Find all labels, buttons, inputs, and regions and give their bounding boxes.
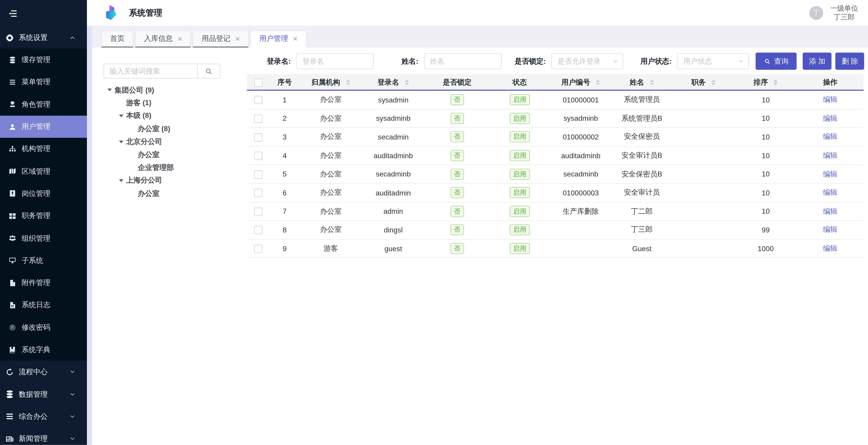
sidebar-item-subsystem[interactable]: 子系统 [0,249,87,272]
sidebar-item-region[interactable]: 区域管理 [0,160,87,183]
column-header-name[interactable]: 姓名 [611,74,673,90]
name-input[interactable] [424,53,501,69]
tree-node[interactable]: 上海分公司 [92,174,232,187]
sidebar-item-group[interactable]: 组织管理 [0,227,87,249]
sidebar-item-dictionary[interactable]: 系统字典 [0,339,87,361]
sort-icon[interactable] [346,80,350,85]
row-checkbox[interactable] [254,245,262,253]
table-row: 3办公室secadmin否启用010000002安全保密员10编辑 [247,128,864,146]
sidebar-scrollbar-track[interactable] [87,26,92,445]
login-input[interactable] [297,53,374,69]
menu-fold-icon[interactable] [8,8,18,18]
sidebar-item-label: 修改密码 [22,322,51,332]
sidebar-group-data[interactable]: 数据管理 [0,383,87,406]
query-button[interactable]: 查询 [756,53,797,70]
sort-icon[interactable] [711,80,716,85]
sort-icon[interactable] [596,80,600,85]
close-icon[interactable]: × [293,35,298,42]
sort-icon[interactable] [650,80,654,85]
row-checkbox[interactable] [254,226,262,234]
edit-link[interactable]: 编辑 [823,188,838,196]
sidebar-item-duty[interactable]: 职务管理 [0,205,87,227]
tree-node[interactable]: 集团公司 (9) [92,84,232,96]
cell-sort: 1000 [735,239,797,258]
edit-link[interactable]: 编辑 [823,151,838,160]
tab-home[interactable]: 首页 [101,30,133,47]
tree-node[interactable]: 游客 (1) [92,97,232,109]
cell-name: 丁二郎 [611,202,673,220]
sidebar-item-label: 菜单管理 [22,77,51,87]
tree-search-button[interactable] [197,64,220,78]
lock-label: 是否锁定: [515,56,546,66]
column-header-org[interactable]: 归属机构 [300,74,362,90]
sort-icon[interactable] [773,80,778,85]
column-header-sort[interactable]: 排序 [735,74,797,90]
row-checkbox[interactable] [254,96,262,104]
sidebar-item-label: 子系统 [22,255,43,265]
sidebar-group-news[interactable]: 新闻管理 [0,428,87,445]
tab-users[interactable]: 用户管理× [250,30,306,47]
sidebar-item-menu[interactable]: 菜单管理 [0,71,87,93]
select-all-checkbox[interactable] [254,78,262,87]
sitemap-icon [9,145,16,153]
lock-select[interactable]: 是否允许登录 [551,53,623,69]
edit-link[interactable]: 编辑 [823,95,838,104]
close-icon[interactable]: × [178,35,182,42]
edit-link[interactable]: 编辑 [823,244,838,253]
tree-node-label: 办公室 [138,189,160,198]
column-header-login[interactable]: 登录名 [362,74,425,90]
edit-link[interactable]: 编辑 [823,114,838,122]
sidebar-item-label: 角色管理 [22,99,51,109]
tree-node[interactable]: 本级 (8) [92,109,232,122]
tree-node[interactable]: 办公室 [92,148,232,161]
tree-caret-icon[interactable] [119,115,126,117]
tree-caret-icon[interactable] [119,140,126,143]
sidebar-item-post[interactable]: 岗位管理 [0,183,87,205]
close-icon[interactable]: × [236,35,240,42]
sidebar-group-system-settings[interactable]: 系统设置 [0,27,87,49]
user-info[interactable]: 一级单位 丁三郎 [830,4,858,22]
tab-inbound[interactable]: 入库信息× [135,30,191,47]
sidebar-item-password[interactable]: ®修改密码 [0,316,87,339]
row-checkbox[interactable] [254,189,262,197]
add-button[interactable]: 添 加 [803,53,832,70]
tree-caret-icon[interactable] [107,89,115,91]
edit-link[interactable]: 编辑 [823,170,838,178]
status-badge: 启用 [510,243,530,254]
row-checkbox[interactable] [254,208,262,216]
recycle-icon [6,368,14,376]
tree-node[interactable]: 企业管理部 [92,161,232,174]
sidebar-item-role[interactable]: 角色管理 [0,93,87,116]
sidebar-group-workflow[interactable]: 流程中心 [0,361,87,383]
tree-caret-icon[interactable] [119,179,126,182]
cell-org: 办公室 [300,90,362,109]
tab-supplies[interactable]: 用品登记× [193,30,249,47]
row-checkbox[interactable] [254,170,262,179]
status-select[interactable]: 用户状态 [677,53,749,69]
edit-link[interactable]: 编辑 [823,207,838,215]
sidebar-item-user[interactable]: 用户管理 [0,116,87,138]
tree-node[interactable]: 办公室 [92,187,232,200]
sidebar-item-org[interactable]: 机构管理 [0,138,87,160]
sort-icon[interactable] [405,80,409,85]
sidebar-group-label: 数据管理 [19,389,48,399]
edit-link[interactable]: 编辑 [823,225,838,234]
delete-button[interactable]: 删 除 [836,53,864,70]
tree-node[interactable]: 办公室 (8) [92,122,232,135]
cell-no: 6 [269,184,300,202]
sidebar-item-syslog[interactable]: 系统日志 [0,294,87,316]
column-header-userno[interactable]: 用户编号 [550,74,611,90]
cell-no: 7 [269,202,300,220]
tree-search-input[interactable] [104,64,197,78]
sidebar-item-attachment[interactable]: 附件管理 [0,272,87,294]
registered-icon: ® [9,324,16,331]
user-avatar[interactable]: 丁 [809,6,823,20]
row-checkbox[interactable] [254,133,262,141]
column-header-duty[interactable]: 职务 [673,74,735,90]
sidebar-group-office[interactable]: 综合办公 [0,406,87,428]
row-checkbox[interactable] [254,115,262,123]
sidebar-item-cache[interactable]: 缓存管理 [0,49,87,71]
tree-node[interactable]: 北京分公司 [92,135,232,148]
row-checkbox[interactable] [254,152,262,160]
edit-link[interactable]: 编辑 [823,132,838,141]
